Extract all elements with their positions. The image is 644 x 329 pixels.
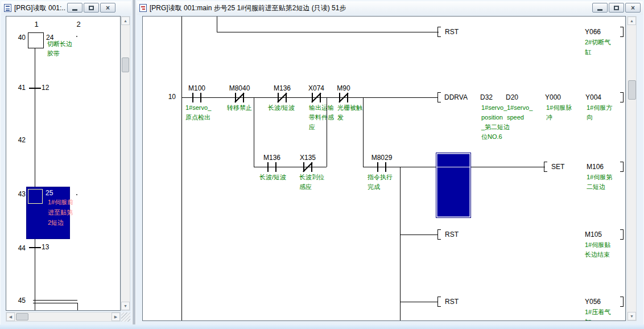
- contact-label: X135: [290, 154, 326, 162]
- scroll-thumb[interactable]: [628, 80, 636, 100]
- coil-instruction[interactable]: DDRVA: [444, 93, 468, 101]
- window-bottom-frame: [0, 324, 644, 329]
- device-comment: 1#servo_: [185, 103, 211, 113]
- coil-operand[interactable]: Y000: [545, 93, 561, 101]
- coil-bracket: [620, 229, 624, 240]
- sfc-selected-step[interactable]: 25 1#伺服前 进至贴第 2短边: [26, 187, 70, 239]
- scroll-thumb[interactable]: [122, 57, 129, 72]
- nc-slash: [277, 93, 287, 102]
- device-comment: 完成: [368, 182, 393, 192]
- coil-bracket: [437, 92, 441, 102]
- device-comment: 发: [337, 113, 362, 122]
- ladder-window-titlebar[interactable]: [PRG]读取 001:main 步号25 1#伺服前进至贴第2短边 (只读) …: [137, 1, 643, 15]
- sfc-vscrollbar[interactable]: ▲ ▼: [121, 16, 130, 311]
- sfc-transition-number: 13: [42, 243, 49, 251]
- contact-label: M136: [254, 154, 290, 162]
- coil-operand[interactable]: D20: [506, 93, 518, 101]
- coil-instruction[interactable]: SET: [551, 163, 564, 171]
- scroll-thumb[interactable]: [16, 313, 28, 320]
- nc-slash: [234, 93, 244, 102]
- grid-dot: [76, 194, 77, 195]
- contact-no[interactable]: [265, 162, 279, 172]
- sfc-window-titlebar[interactable]: [PRG]读取 001:... ×: [1, 1, 131, 15]
- sfc-transition[interactable]: [29, 247, 41, 248]
- wire: [400, 235, 437, 235]
- restore-button[interactable]: [609, 3, 624, 13]
- sfc-canvas[interactable]: 1 2 3 40 41 42 43 44 45 24 切断长边 胶带: [6, 16, 121, 311]
- contact-nc[interactable]: [336, 93, 351, 102]
- contact-nc[interactable]: [275, 93, 290, 102]
- scroll-right-icon[interactable]: ▶: [112, 312, 120, 321]
- sfc-row-number: 42: [12, 136, 26, 144]
- coil-operand[interactable]: Y004: [585, 93, 601, 101]
- coil-operand[interactable]: M105: [585, 231, 602, 238]
- ladder-selection-cursor[interactable]: [436, 153, 471, 218]
- nc-slash: [311, 93, 321, 102]
- sfc-step-comment: 切断长边: [47, 39, 72, 49]
- wire: [400, 302, 437, 302]
- sfc-step-box[interactable]: [28, 32, 44, 48]
- sfc-step-comment: 胶带: [47, 49, 72, 59]
- sfc-column-header: 1: [30, 20, 43, 28]
- ladder-monitor-icon: [139, 4, 147, 12]
- scroll-down-icon[interactable]: ▼: [121, 302, 130, 310]
- device-comment: position: [481, 113, 510, 122]
- coil-operand[interactable]: Y056: [585, 298, 601, 306]
- coil-operand[interactable]: M106: [587, 163, 604, 171]
- coil-instruction[interactable]: RST: [445, 298, 459, 306]
- ladder-window-title: [PRG]读取 001:main 步号25 1#伺服前进至贴第2短边 (只读) …: [150, 3, 346, 13]
- scroll-down-icon[interactable]: ▼: [628, 312, 636, 320]
- contact-nc[interactable]: [309, 93, 324, 102]
- contact-label: M100: [179, 84, 215, 92]
- sfc-step-comment: 进至贴第: [48, 207, 73, 217]
- close-icon: ×: [106, 5, 110, 11]
- contact-no[interactable]: [189, 93, 204, 102]
- coil-instruction[interactable]: RST: [445, 231, 459, 238]
- close-button[interactable]: ×: [100, 3, 115, 13]
- coil-bracket: [544, 162, 547, 172]
- coil-operand[interactable]: D32: [480, 93, 493, 101]
- wire: [327, 97, 327, 167]
- minimize-icon: [72, 9, 77, 11]
- device-comment: 二短边: [587, 182, 612, 192]
- scroll-up-icon[interactable]: ▲: [121, 17, 130, 25]
- ladder-vscrollbar[interactable]: ▲ ▼: [626, 16, 637, 321]
- rung-step-number: 10: [156, 93, 176, 101]
- device-comment: 输出运输: [309, 103, 334, 113]
- restore-button[interactable]: [84, 3, 99, 13]
- minimize-button[interactable]: [592, 3, 608, 13]
- sfc-transition-number: 12: [42, 84, 49, 92]
- device-comment: speed: [507, 113, 532, 122]
- wire: [437, 167, 470, 167]
- minimize-button[interactable]: [67, 3, 82, 13]
- device-comment: 原点检出: [185, 113, 211, 122]
- sfc-hscrollbar[interactable]: ◀ ▶: [6, 312, 121, 322]
- close-icon: ×: [631, 5, 635, 11]
- ladder-canvas[interactable]: RST Y066 2#切断气 缸 10 M100 1#servo_ 原点检出 M…: [142, 16, 626, 321]
- resize-grip[interactable]: [121, 312, 130, 322]
- scroll-up-icon[interactable]: ▲: [628, 17, 636, 25]
- device-comment: 位NO.6: [481, 132, 510, 142]
- contact-nc[interactable]: [232, 93, 247, 102]
- restore-icon: [614, 6, 619, 10]
- sfc-row-number: 45: [12, 297, 26, 305]
- close-button[interactable]: ×: [625, 3, 641, 13]
- scroll-left-icon[interactable]: ◀: [6, 312, 15, 321]
- device-comment: 缸: [585, 47, 610, 57]
- coil-instruction[interactable]: RST: [445, 28, 459, 36]
- sfc-transition[interactable]: [29, 88, 41, 89]
- wire: [217, 32, 439, 32]
- mdi-area: [PRG]读取 001:... × 1 2 3 40 41 42 43 44 4…: [0, 0, 644, 329]
- device-comment: 1#servo_: [507, 103, 532, 113]
- contact-label: M90: [325, 84, 362, 92]
- sfc-window-title: [PRG]读取 001:...: [14, 3, 65, 13]
- contact-label: M8040: [221, 84, 258, 92]
- contact-no[interactable]: [374, 162, 389, 172]
- contact-nc[interactable]: [300, 162, 315, 172]
- coil-operand[interactable]: Y066: [585, 28, 601, 36]
- device-comment: 光栅被触: [337, 103, 362, 113]
- nc-slash: [303, 162, 312, 172]
- device-comment: 指令执行: [368, 172, 393, 182]
- device-comment: 1#压着气: [585, 307, 610, 317]
- device-comment: 缸: [585, 317, 610, 321]
